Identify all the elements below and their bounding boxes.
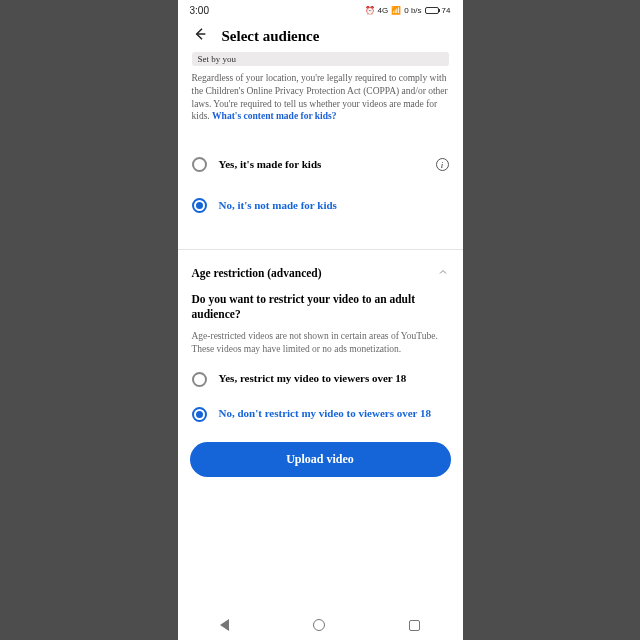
nav-back-icon[interactable]	[220, 619, 229, 631]
battery-label: 74	[442, 6, 451, 15]
coppa-link[interactable]: What's content made for kids?	[212, 111, 336, 121]
battery-icon	[425, 7, 439, 14]
android-nav-bar	[178, 610, 463, 640]
audience-no-row[interactable]: No, it's not made for kids	[178, 188, 463, 223]
age-question: Do you want to restrict your video to an…	[178, 292, 463, 330]
page-title: Select audience	[222, 28, 320, 45]
speed-label: 0 b/s	[404, 6, 421, 15]
info-icon[interactable]: i	[436, 158, 449, 171]
nav-recent-icon[interactable]	[409, 620, 420, 631]
net-label: 4G	[378, 6, 389, 15]
legal-notice: Regardless of your location, you're lega…	[178, 72, 463, 129]
age-restriction-header[interactable]: Age restriction (advanced)	[178, 250, 463, 292]
age-no-row[interactable]: No, don't restrict my video to viewers o…	[178, 397, 463, 432]
age-no-label: No, don't restrict my video to viewers o…	[219, 407, 449, 421]
signal-icon: 📶	[391, 6, 401, 15]
audience-yes-label: Yes, it's made for kids	[219, 158, 424, 172]
chevron-up-icon[interactable]	[437, 264, 449, 282]
nav-home-icon[interactable]	[313, 619, 325, 631]
age-description: Age-restricted videos are not shown in c…	[178, 330, 463, 362]
age-yes-row[interactable]: Yes, restrict my video to viewers over 1…	[178, 362, 463, 397]
audience-no-label: No, it's not made for kids	[219, 199, 449, 213]
phone-frame: 3:00 ⏰ 4G 📶 0 b/s 74 Select audience Set…	[178, 0, 463, 640]
clock: 3:00	[190, 5, 209, 16]
page-header: Select audience	[178, 20, 463, 48]
age-restriction-title: Age restriction (advanced)	[192, 267, 322, 279]
audience-yes-row[interactable]: Yes, it's made for kids i	[178, 147, 463, 182]
upload-video-button[interactable]: Upload video	[190, 442, 451, 477]
set-by-you-chip: Set by you	[192, 52, 449, 66]
back-arrow-icon[interactable]	[192, 26, 208, 46]
status-bar: 3:00 ⏰ 4G 📶 0 b/s 74	[178, 0, 463, 20]
alarm-icon: ⏰	[365, 6, 375, 15]
radio-selected-icon[interactable]	[192, 407, 207, 422]
radio-unselected-icon[interactable]	[192, 372, 207, 387]
radio-unselected-icon[interactable]	[192, 157, 207, 172]
age-yes-label: Yes, restrict my video to viewers over 1…	[219, 372, 449, 386]
radio-selected-icon[interactable]	[192, 198, 207, 213]
